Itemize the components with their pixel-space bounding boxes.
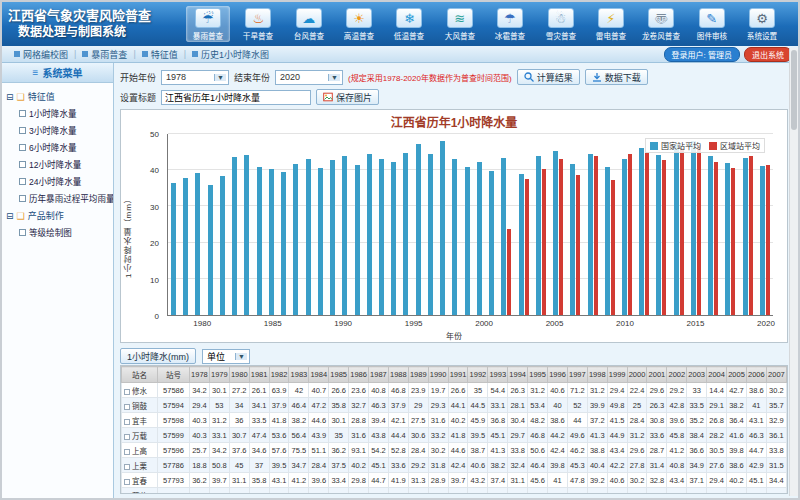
cell-id: 57599 bbox=[158, 428, 190, 443]
cell-value: 38.8 bbox=[587, 443, 607, 458]
unit-button[interactable]: 1小时降水(mm) bbox=[120, 348, 196, 364]
bar bbox=[293, 164, 298, 315]
toolbar-settings[interactable]: ⚙系统设置 bbox=[740, 6, 784, 42]
table-row[interactable]: 上栗5778618.850.8453739.534.728.437.540.24… bbox=[122, 458, 787, 473]
checkbox[interactable] bbox=[19, 161, 26, 168]
x-axis-label: 年份 bbox=[121, 330, 787, 341]
chart-title-input[interactable] bbox=[161, 90, 311, 105]
row-checkbox[interactable] bbox=[124, 434, 130, 440]
bar bbox=[281, 172, 286, 315]
table-row[interactable]: 万载5759940.333.130.747.453.656.443.93531.… bbox=[122, 428, 787, 443]
toolbar-hail[interactable]: ☂冰雹普查 bbox=[488, 6, 532, 42]
tree-item-0-1[interactable]: 3小时降水量 bbox=[5, 122, 110, 139]
toolbar-drought[interactable]: ♨干旱普查 bbox=[236, 6, 280, 42]
tree-item-0-0[interactable]: 1小时降水量 bbox=[5, 105, 110, 122]
bar bbox=[208, 185, 213, 315]
tree-item-0-4[interactable]: 24小时降水量 bbox=[5, 173, 110, 190]
tree-item-0-2[interactable]: 6小时降水量 bbox=[5, 139, 110, 156]
cell-value: 31.2 bbox=[209, 413, 229, 428]
row-checkbox[interactable] bbox=[124, 464, 130, 470]
tree-item-0-5[interactable]: 历年暴雨过程平均雨量 bbox=[5, 190, 110, 207]
toolbar-wind[interactable]: ≋大风普查 bbox=[438, 6, 482, 42]
table-row[interactable]: 宜丰5759840.331.23633.541.838.244.630.128.… bbox=[122, 413, 787, 428]
cell-value: 26.8 bbox=[707, 413, 727, 428]
tree-group-1[interactable]: ⊟❑产品制作 bbox=[5, 207, 110, 224]
tree-group-0[interactable]: ⊟❑特征值 bbox=[5, 88, 110, 105]
cell-value: 38.4 bbox=[687, 428, 707, 443]
toolbar-lightning[interactable]: ⚡雷电普查 bbox=[589, 6, 633, 42]
cell-value: 30.5 bbox=[707, 443, 727, 458]
checkbox[interactable] bbox=[19, 110, 26, 117]
cell-value: 30.7 bbox=[190, 488, 210, 495]
tab-strip: 网格编校图|暴雨普查|特征值|历史1小时降水图 bbox=[8, 48, 275, 61]
tree-item-1-0[interactable]: 等级绘制图 bbox=[5, 224, 110, 241]
cell-value: 33.4 bbox=[329, 473, 349, 488]
station-name: 宜春 bbox=[132, 477, 147, 486]
cell-value: 36.2 bbox=[209, 488, 229, 495]
cell-value: 53.6 bbox=[269, 428, 289, 443]
cell-value: 36.1 bbox=[766, 428, 786, 443]
station-name: 万载 bbox=[132, 432, 147, 441]
cell-value: 22.4 bbox=[627, 383, 647, 398]
table-row[interactable]: 莲花5779930.736.233.938.445.643.837.234.83… bbox=[122, 488, 787, 495]
row-checkbox[interactable] bbox=[124, 479, 130, 485]
cell-value: 39.8 bbox=[388, 488, 408, 495]
bar-group-1989 bbox=[306, 134, 311, 315]
checkbox[interactable] bbox=[19, 195, 26, 202]
scrollbar-thumb[interactable] bbox=[791, 50, 797, 130]
tab-1[interactable]: 暴雨普查 bbox=[76, 48, 133, 61]
tab-2[interactable]: 特征值 bbox=[136, 48, 184, 61]
cell-value: 42.1 bbox=[388, 413, 408, 428]
bar-group-1985 bbox=[257, 134, 262, 315]
logged-in-user-badge: 登录用户: 管理员 bbox=[664, 47, 740, 62]
calculate-button[interactable]: 计算结果 bbox=[517, 69, 580, 85]
table-row[interactable]: 修水5758634.230.127.226.163.94240.726.623.… bbox=[122, 383, 787, 398]
cell-value: 93.1 bbox=[349, 443, 369, 458]
row-checkbox[interactable] bbox=[124, 449, 130, 455]
toolbar-cold[interactable]: ❄低温普查 bbox=[387, 6, 431, 42]
tree-expand-icon: ⊟ bbox=[6, 211, 14, 221]
vertical-scrollbar[interactable] bbox=[789, 48, 798, 496]
table-row[interactable]: 铜鼓5759429.4533434.137.946.447.235.832.74… bbox=[122, 398, 787, 413]
row-checkbox[interactable] bbox=[124, 419, 130, 425]
bar bbox=[628, 154, 632, 315]
checkbox[interactable] bbox=[19, 178, 26, 185]
download-button[interactable]: 数据下载 bbox=[585, 69, 648, 85]
bar-group-2010 bbox=[588, 134, 598, 315]
table-row[interactable]: 上高5759625.734.237.634.657.675.551.136.29… bbox=[122, 443, 787, 458]
module-toolbar: ☔暴雨普查♨干旱普查☁台风普查☀高温普查❄低温普查≋大风普查☂冰雹普查☃雪灾普查… bbox=[178, 6, 792, 42]
toolbar-tornado[interactable]: 〠龙卷风普查 bbox=[639, 6, 683, 42]
cell-value: 34.2 bbox=[190, 383, 210, 398]
tree-item-0-3[interactable]: 12小时降水量 bbox=[5, 156, 110, 173]
cell-value: 31.1 bbox=[508, 473, 528, 488]
toolbar-heat[interactable]: ☀高温普查 bbox=[337, 6, 381, 42]
station-name: 上高 bbox=[132, 447, 147, 456]
tab-3[interactable]: 历史1小时降水图 bbox=[186, 48, 275, 61]
row-checkbox[interactable] bbox=[124, 389, 130, 395]
tab-0[interactable]: 网格编校图 bbox=[8, 48, 74, 61]
cell-value: 42.2 bbox=[607, 458, 627, 473]
start-year-select[interactable]: 1978▼ bbox=[161, 70, 229, 85]
unit-select[interactable]: 单位▼ bbox=[202, 349, 250, 364]
end-year-select[interactable]: 2020▼ bbox=[275, 70, 343, 85]
logout-button[interactable]: 退出系统 bbox=[744, 47, 792, 62]
bar-group-1987 bbox=[281, 134, 286, 315]
save-image-button[interactable]: 保存图片 bbox=[316, 89, 379, 105]
toolbar-typhoon[interactable]: ☁台风普查 bbox=[287, 6, 331, 42]
checkbox[interactable] bbox=[19, 229, 26, 236]
cell-value: 39.6 bbox=[309, 473, 329, 488]
bar bbox=[355, 165, 360, 315]
checkbox[interactable] bbox=[19, 127, 26, 134]
table-row[interactable]: 宜春5779336.239.731.135.843.141.239.633.42… bbox=[122, 473, 787, 488]
checkbox[interactable] bbox=[19, 144, 26, 151]
cell-value: 28.1 bbox=[508, 398, 528, 413]
cell-value: 30.8 bbox=[647, 413, 667, 428]
toolbar-rainstorm[interactable]: ☔暴雨普查 bbox=[186, 6, 230, 42]
toolbar-review[interactable]: ✎图件审核 bbox=[690, 6, 734, 42]
header-year: 1979 bbox=[209, 367, 229, 383]
bar bbox=[183, 178, 188, 315]
row-checkbox[interactable] bbox=[124, 404, 130, 410]
cell-value: 35 bbox=[329, 428, 349, 443]
toolbar-snow[interactable]: ☃雪灾普查 bbox=[539, 6, 583, 42]
cell-value: 48.2 bbox=[528, 413, 548, 428]
